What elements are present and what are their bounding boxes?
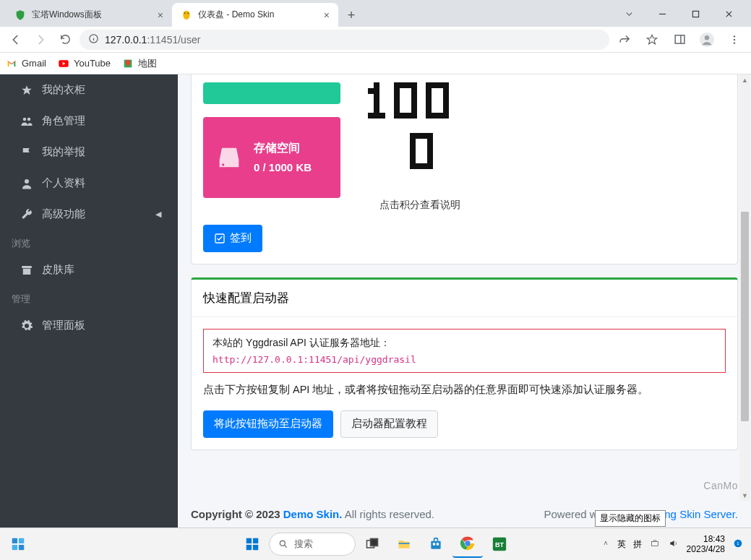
sidebar-item-closet[interactable]: 我的衣柜 (5, 75, 173, 105)
api-url-box: 本站的 Yggdrasil API 认证服务器地址： http://127.0.… (203, 329, 726, 373)
svg-rect-11 (368, 88, 374, 94)
vertical-scrollbar[interactable]: ▲ ▼ (739, 74, 750, 501)
sidebar-item-profile[interactable]: 个人资料 (5, 168, 173, 198)
sidebar-item-label: 个人资料 (42, 176, 85, 190)
url-host: 127.0.0.1 (105, 34, 147, 46)
checkin-button[interactable]: 签到 (203, 225, 262, 252)
sidebar-section-manage: 管理 (0, 285, 178, 310)
svg-point-4 (705, 35, 709, 40)
sidebar-item-admin[interactable]: 管理面板 (5, 311, 173, 340)
bookmark-maps[interactable]: 地图 (122, 57, 157, 70)
forward-button[interactable] (30, 30, 51, 50)
footer-site-link[interactable]: Demo Skin. (283, 508, 343, 520)
api-url-value[interactable]: http://127.0.0.1:11451/api/yggdrasil (213, 354, 716, 365)
svg-point-6 (734, 38, 735, 40)
gear-icon (20, 319, 33, 332)
window-minimize-button[interactable] (645, 4, 679, 24)
menu-dots-icon[interactable] (724, 30, 745, 50)
svg-rect-19 (426, 82, 432, 119)
infobox-value: 0 / 1000 KB (254, 160, 312, 175)
reload-button[interactable] (55, 30, 75, 50)
archive-icon (20, 264, 33, 277)
info-icon (88, 33, 99, 46)
chevron-left-icon: ◀ (155, 210, 161, 219)
maps-icon (122, 58, 134, 69)
window-close-button[interactable] (712, 4, 745, 24)
window-controls (612, 4, 745, 24)
users-icon (20, 115, 33, 128)
close-icon[interactable]: × (324, 9, 330, 21)
browser-tab-strip: 宝塔Windows面板 × 仪表盘 - Demo Skin × + (0, 0, 751, 27)
sidebar-item-label: 管理面板 (42, 319, 85, 332)
bookmark-label: YouTube (74, 58, 111, 69)
sidebar-item-label: 皮肤库 (42, 263, 74, 277)
bookmark-label: 地图 (138, 57, 157, 70)
url-path: :11451/user (147, 34, 200, 46)
sidebar-item-label: 角色管理 (42, 114, 85, 128)
launcher-card-header: 快速配置启动器 (192, 280, 737, 317)
tab-title: 宝塔Windows面板 (32, 9, 102, 21)
chevron-down-icon[interactable] (612, 4, 645, 24)
sidebar-item-skinlib[interactable]: 皮肤库 (5, 255, 173, 285)
browser-tab-active[interactable]: 仪表盘 - Demo Skin × (172, 3, 338, 27)
browser-tab-inactive[interactable]: 宝塔Windows面板 × (6, 3, 172, 27)
tab-title: 仪表盘 - Demo Skin (198, 9, 274, 21)
sidebar-item-advanced[interactable]: 高级功能 ◀ (5, 199, 173, 229)
scroll-down-arrow[interactable]: ▼ (739, 490, 750, 501)
launcher-tutorial-button[interactable]: 启动器配置教程 (340, 410, 438, 438)
shield-icon (14, 9, 26, 21)
score-hint: 点击积分查看说明 (362, 199, 478, 212)
side-panel-icon[interactable] (669, 30, 690, 50)
infobox-title: 存储空间 (254, 141, 312, 156)
bookmark-label: Gmail (22, 58, 46, 69)
svg-point-9 (25, 179, 29, 184)
sidebar-item-roles[interactable]: 角色管理 (5, 106, 173, 136)
drag-to-launcher-button[interactable]: 将此按钮拖动至启动器 (203, 410, 333, 438)
bookmark-star-icon[interactable] (641, 30, 663, 50)
sidebar-item-reports[interactable]: 我的举报 (5, 137, 173, 167)
tray-tooltip: 显示隐藏的图标 (595, 510, 666, 527)
page-content: 我的衣柜 角色管理 我的举报 个人资料 高级功能 ◀ 浏览 皮肤库 管理 管理面… (0, 74, 751, 527)
launcher-help-text: 点击下方按钮复制 API 地址，或者将按钮拖动至启动器的任意界面即可快速添加认证… (203, 380, 726, 399)
sidebar: 我的衣柜 角色管理 我的举报 个人资料 高级功能 ◀ 浏览 皮肤库 管理 管理面… (0, 74, 178, 527)
sidebar-item-label: 高级功能 (42, 207, 85, 221)
svg-rect-12 (368, 113, 385, 119)
favicon-icon (181, 9, 192, 21)
sidebar-section-browse: 浏览 (0, 230, 178, 254)
svg-rect-16 (411, 82, 417, 119)
profile-avatar[interactable] (696, 30, 718, 50)
back-button[interactable] (6, 30, 26, 50)
infobox-green-peek (203, 82, 340, 104)
scroll-up-arrow[interactable]: ▲ (739, 74, 750, 85)
close-icon[interactable]: × (158, 9, 163, 21)
checkbox-icon (214, 233, 226, 244)
share-icon[interactable] (614, 30, 635, 50)
bookmarks-bar: Gmail YouTube 地图 (0, 53, 751, 74)
youtube-icon (58, 58, 69, 69)
watermark: CanMo (703, 480, 738, 491)
window-maximize-button[interactable] (679, 4, 712, 24)
wrench-icon (20, 208, 33, 221)
bookmark-youtube[interactable]: YouTube (58, 58, 111, 69)
flag-icon (20, 146, 33, 159)
svg-rect-24 (427, 133, 433, 169)
svg-rect-0 (692, 11, 698, 17)
gmail-icon (6, 58, 17, 69)
scrollbar-thumb[interactable] (741, 212, 749, 421)
svg-rect-23 (410, 133, 416, 169)
new-tab-button[interactable]: + (341, 5, 361, 25)
score-number[interactable] (362, 82, 478, 178)
browser-toolbar: 127.0.0.1:11451/user (0, 27, 751, 53)
sidebar-item-label: 我的举报 (42, 145, 85, 159)
svg-point-5 (734, 35, 735, 37)
infobox-storage[interactable]: 存储空间 0 / 1000 KB (203, 117, 340, 198)
main-content: 存储空间 0 / 1000 KB (178, 74, 751, 527)
sidebar-item-label: 我的衣柜 (42, 83, 85, 97)
address-bar[interactable]: 127.0.0.1:11451/user (80, 30, 609, 50)
svg-rect-15 (394, 82, 400, 119)
user-icon (20, 177, 33, 190)
svg-point-7 (734, 42, 735, 43)
bookmark-gmail[interactable]: Gmail (6, 58, 46, 69)
star-icon (20, 84, 33, 97)
svg-rect-20 (443, 82, 449, 119)
